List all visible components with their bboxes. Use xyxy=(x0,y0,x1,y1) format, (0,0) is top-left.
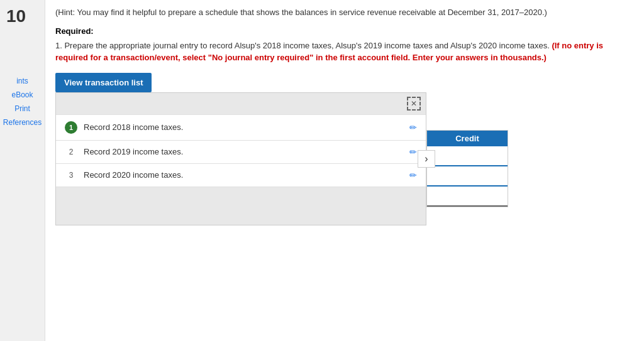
main-content: (Hint: You may find it helpful to prepar… xyxy=(45,0,644,341)
panel-header: ✕ xyxy=(56,93,426,114)
edit-icon-1[interactable]: ✏ xyxy=(409,122,417,133)
credit-row-2[interactable] xyxy=(427,166,508,187)
transaction-list: 1 Record 2018 income taxes. ✏ 2 Record 2… xyxy=(56,114,426,187)
table-row: 1 Record 2018 income taxes. ✏ xyxy=(56,114,426,141)
hint-text: (Hint: You may find it helpful to prepar… xyxy=(55,6,631,19)
sidebar-links: ints eBook Print References xyxy=(3,77,42,127)
credit-row-3[interactable] xyxy=(427,187,508,207)
chevron-right-icon: › xyxy=(425,153,428,165)
row-number-circle-1: 1 xyxy=(65,121,77,134)
sidebar-item-references[interactable]: References xyxy=(3,118,42,127)
transaction-label-2: Record 2019 income taxes. xyxy=(84,147,403,156)
close-button[interactable]: ✕ xyxy=(407,97,421,111)
table-row: 3 Record 2020 income taxes. ✏ xyxy=(56,164,426,187)
bottom-gray-area xyxy=(56,187,426,225)
credit-table: Credit xyxy=(426,130,508,207)
row-number-2: 2 xyxy=(65,148,77,156)
edit-icon-3[interactable]: ✏ xyxy=(409,170,417,180)
sidebar-item-print[interactable]: Print xyxy=(14,104,30,113)
page-number: 10 xyxy=(0,6,26,26)
sidebar: 10 ints eBook Print References xyxy=(0,0,45,341)
transaction-label-3: Record 2020 income taxes. xyxy=(84,170,403,180)
credit-row-1[interactable] xyxy=(427,146,508,166)
view-transaction-button[interactable]: View transaction list xyxy=(55,73,152,92)
transaction-label-1: Record 2018 income taxes. xyxy=(84,122,403,132)
sidebar-item-hints[interactable]: ints xyxy=(16,77,28,85)
required-label: Required: xyxy=(55,26,631,36)
next-arrow-button[interactable]: › xyxy=(418,150,435,168)
table-row: 2 Record 2019 income taxes. ✏ xyxy=(56,141,426,164)
row-number-3: 3 xyxy=(65,171,77,180)
edit-icon-2[interactable]: ✏ xyxy=(409,147,417,157)
required-text-plain: 1. Prepare the appropriate journal entry… xyxy=(55,41,550,50)
credit-header: Credit xyxy=(427,131,508,146)
required-text: 1. Prepare the appropriate journal entry… xyxy=(55,40,631,64)
sidebar-item-ebook[interactable]: eBook xyxy=(11,90,33,99)
transaction-panel: ✕ 1 Record 2018 income taxes. ✏ 2 Record… xyxy=(55,92,426,225)
close-icon: ✕ xyxy=(411,99,417,108)
transaction-area: ✕ 1 Record 2018 income taxes. ✏ 2 Record… xyxy=(55,92,631,225)
right-panel: › Credit xyxy=(426,92,508,225)
